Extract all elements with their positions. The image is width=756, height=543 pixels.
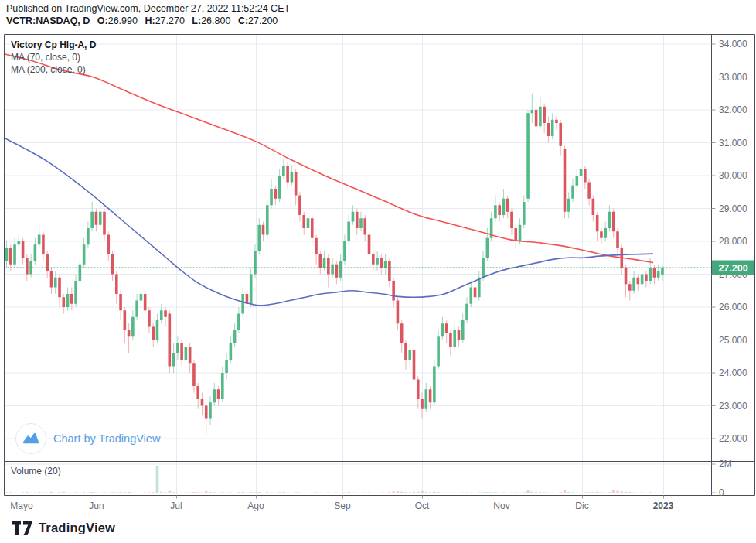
candle-body [70,294,73,304]
candle-body [559,123,562,146]
volume-bar [237,492,240,493]
volume-bar [128,492,131,493]
candle-body [445,323,448,333]
volume-bar [87,492,90,493]
price-chart-canvas[interactable]: 34.00033.00032.00031.00030.00029.00028.0… [0,0,756,543]
volume-bar [616,491,619,493]
close-value: 27.200 [248,15,278,26]
candle-body [230,343,233,360]
volume-bar [302,493,305,493]
volume-bar [380,493,383,493]
low-label: L: [192,15,201,26]
candle-body [79,265,82,281]
volume-bar [433,492,436,493]
volume-bar [584,492,587,493]
candle-body [298,196,301,216]
candle-body [421,399,424,409]
volume-bar [421,491,424,493]
candle-body [368,235,371,255]
volume-bar [50,492,53,493]
volume-bar [213,492,216,493]
candle-body [140,294,143,301]
volume-bar [254,492,257,493]
time-tick-label: 2023 [653,500,674,511]
candle-body [637,278,640,285]
volume-bar [95,493,98,493]
volume-bar [539,492,542,493]
candle-body [115,275,118,295]
candle-body [62,297,65,307]
watermark-text[interactable]: Chart by TradingView [53,432,160,445]
volume-bar [587,492,591,493]
candle-body [233,330,237,343]
volume-bar [148,492,151,493]
candle-body [397,301,400,324]
candle-body [34,244,37,261]
candle-body [13,244,16,265]
volume-bar [494,492,497,493]
candle-body [587,183,591,199]
volume-bar [564,490,567,493]
candle-body [576,176,579,186]
volume-bar [461,493,465,493]
volume-bar [343,492,346,493]
candle-body [164,310,167,317]
volume-bar [217,493,220,493]
volume-bar [445,493,448,493]
candle-body [441,323,444,336]
candle-body [331,265,334,275]
symbol-name: VCTR:NASDAQ, D [6,15,90,26]
volume-bar [66,493,70,493]
candle-body [592,199,595,215]
volume-bar [124,492,127,493]
volume-bar [262,493,265,493]
volume-bar [474,493,477,493]
volume-bar [502,492,506,493]
candle-body [514,228,517,241]
candle-body [384,261,387,268]
volume-bar [274,493,278,493]
volume-bar [156,466,159,493]
volume-bar [189,493,192,493]
time-tick-label: Sep [334,500,351,511]
candle-body [425,389,428,409]
candle-body [632,278,635,291]
volume-bar [315,492,318,493]
time-tick-label: Oct [415,500,430,511]
volume-bar [632,492,635,493]
candle-body [83,244,86,265]
time-tick-label: Nov [493,500,509,511]
candle-body [404,343,407,360]
candle-body [107,235,110,255]
volume-bar [397,491,400,493]
volume-bar [465,492,468,493]
price-tick-label: 34.000 [719,39,747,50]
watermark-logo-circle[interactable] [15,423,46,454]
volume-bar [250,492,253,493]
volume-bar [567,492,570,493]
volume-bar [282,492,285,493]
open-value: 26.990 [108,15,138,26]
volume-bar [62,492,65,493]
volume-bar [661,493,664,493]
candle-body [625,268,628,284]
candle-body [209,402,212,418]
high-value: 27.270 [155,15,185,26]
volume-bar [653,493,656,493]
candle-body [555,120,558,123]
tradingview-published-chart: { "header": { "published_line": "Publish… [0,0,756,543]
candle-body [335,265,339,278]
candle-body [270,189,273,205]
time-axis[interactable]: MayoJunJulAgoSepOctNovDic2023 [10,496,673,512]
symbol-ohlc-line: VCTR:NASDAQ, D O:26.990 H:27.270 L:26.80… [6,15,278,27]
volume-bar [486,492,489,493]
volume-bar [192,492,196,493]
candle-body [417,380,420,400]
candle-body [327,258,330,274]
volume-bar [388,492,391,493]
tradingview-footer-logo[interactable]: TradingView [12,521,115,535]
candle-body [26,258,29,274]
candle-body [596,215,599,231]
volume-bar [347,492,350,493]
tradingview-watermark-link[interactable]: Chart by TradingView [15,423,160,454]
